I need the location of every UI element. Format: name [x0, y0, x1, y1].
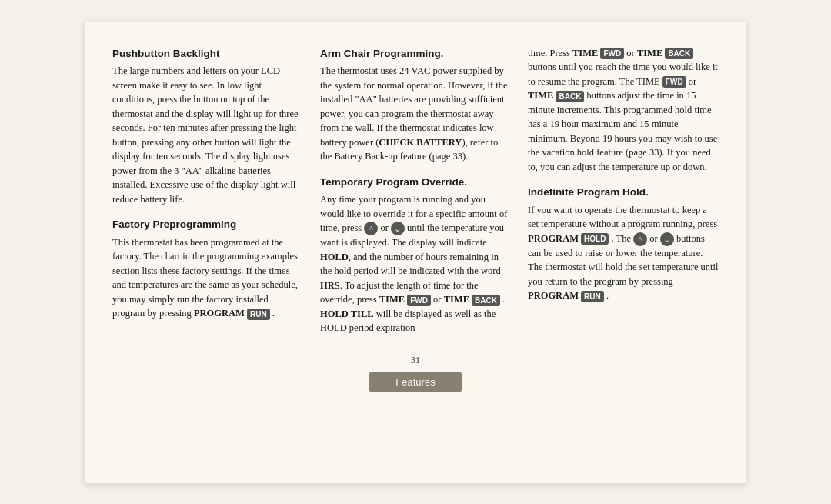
timetop-text1: time. Press TIME	[528, 48, 600, 58]
section-pushbutton: Pushbutton Backlight The large numbers a…	[112, 46, 303, 207]
indefinite-title: Indefinite Program Hold.	[528, 185, 719, 200]
indef-text2: . The	[612, 233, 634, 244]
armchair-title: Arm Chair Programming.	[320, 46, 511, 62]
run-badge-2: RUN	[581, 291, 604, 302]
pushbutton-body: The large numbers and letters on your LC…	[112, 64, 303, 206]
run-badge: RUN	[247, 309, 270, 320]
back-badge-2: BACK	[665, 48, 693, 59]
indef-or: or	[649, 233, 660, 244]
fwd-badge: FWD	[407, 295, 431, 306]
section-timetop: time. Press TIME FWD or TIME BACK button…	[528, 46, 719, 175]
hold-badge: HOLD	[581, 233, 609, 245]
temp-or2: or TIME	[433, 294, 472, 305]
temporary-body: Any time your program is running and you…	[320, 192, 511, 335]
content-columns: Pushbutton Backlight The large numbers a…	[112, 46, 719, 346]
back-badge: BACK	[472, 295, 500, 306]
section-factory: Factory Preprogramming This thermostat h…	[112, 217, 303, 321]
factory-text: This thermostat has been programmed at t…	[112, 237, 298, 319]
section-armchair: Arm Chair Programming. The thermostat us…	[320, 46, 511, 164]
factory-period: .	[272, 308, 275, 319]
page: Pushbutton Backlight The large numbers a…	[85, 22, 746, 483]
down-arrow-icon: ⌄	[391, 222, 405, 235]
fwd-badge-3: FWD	[662, 76, 686, 88]
column-2: Arm Chair Programming. The thermostat us…	[320, 46, 511, 346]
timetop-text3: buttons adjust the time in 15 minute inc…	[528, 90, 717, 172]
pushbutton-title: Pushbutton Backlight	[112, 46, 303, 62]
section-indefinite: Indefinite Program Hold. If you want to …	[528, 185, 719, 303]
indefinite-body: If you want to operate the thermostat to…	[528, 203, 719, 303]
timetop-body: time. Press TIME FWD or TIME BACK button…	[528, 46, 719, 175]
column-3: time. Press TIME FWD or TIME BACK button…	[528, 46, 719, 346]
fwd-badge-2: FWD	[600, 48, 624, 59]
page-number: 31	[112, 354, 719, 367]
factory-body: This thermostat has been programmed at t…	[112, 235, 303, 321]
temp-or1: or	[380, 222, 391, 233]
temporary-title: Temporary Program Override.	[320, 175, 511, 190]
timetop-or1: or TIME	[626, 48, 665, 58]
indef-period: .	[606, 290, 609, 301]
column-1: Pushbutton Backlight The large numbers a…	[112, 46, 303, 346]
back-badge-3: BACK	[556, 91, 584, 102]
armchair-body: The thermostat uses 24 VAC power supplie…	[320, 64, 511, 164]
temp-text2: until the temperature you want is displa…	[320, 222, 504, 305]
features-button[interactable]: Features	[369, 372, 462, 392]
section-temporary: Temporary Program Override. Any time you…	[320, 175, 511, 335]
factory-title: Factory Preprogramming	[112, 217, 303, 232]
up-arrow-icon: ^	[364, 222, 378, 235]
up-arrow-icon-2: ^	[633, 232, 647, 246]
armchair-text1: The thermostat uses 24 VAC power supplie…	[320, 65, 508, 162]
factory-program-word: PROGRAM	[194, 308, 245, 319]
down-arrow-icon-2: ⌄	[660, 232, 674, 246]
